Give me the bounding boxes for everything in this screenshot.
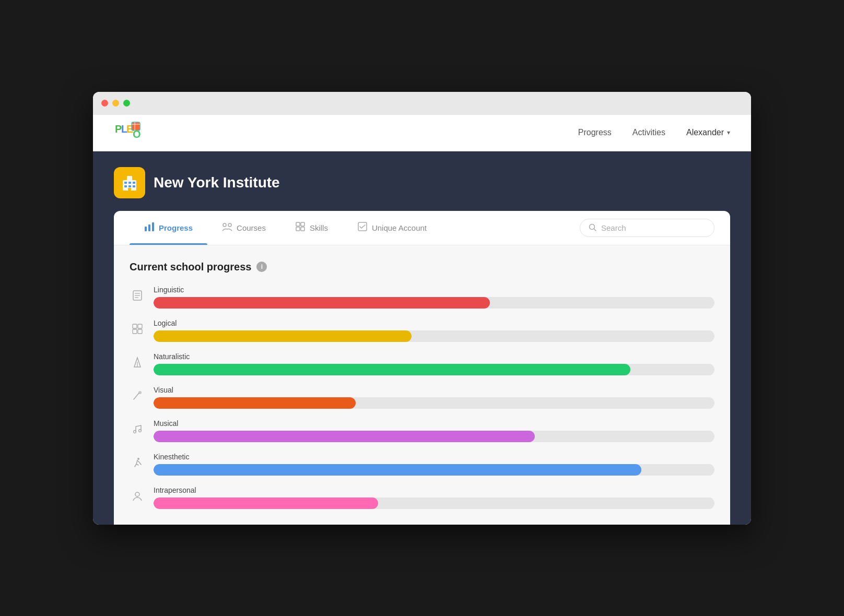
tab-skills[interactable]: Skills: [280, 211, 343, 245]
logical-row-right: Logical: [154, 319, 714, 342]
visual-track: [154, 397, 714, 409]
search-icon: [589, 223, 597, 232]
svg-point-21: [228, 223, 231, 227]
musical-label: Musical: [154, 419, 714, 428]
linguistic-icon: [130, 290, 145, 304]
chevron-down-icon: ▾: [727, 129, 730, 136]
tab-unique-label: Unique Account: [372, 223, 427, 232]
svg-rect-36: [138, 329, 142, 334]
nav-activities[interactable]: Activities: [632, 128, 665, 137]
progress-tab-icon: [144, 221, 155, 234]
musical-row-right: Musical: [154, 419, 714, 442]
app-header: P L E O Progress Activities Alexander ▾: [93, 115, 751, 151]
svg-rect-33: [133, 324, 137, 328]
close-button[interactable]: [101, 100, 108, 106]
svg-rect-35: [133, 329, 137, 334]
svg-text:O: O: [133, 128, 141, 140]
intrapersonal-fill: [154, 497, 378, 509]
minimize-button[interactable]: [112, 100, 119, 106]
visual-fill: [154, 397, 356, 409]
section-title: Current school progress i: [130, 261, 714, 273]
musical-track: [154, 431, 714, 442]
search-box[interactable]: [580, 219, 714, 237]
svg-rect-10: [124, 182, 127, 184]
app-window: P L E O Progress Activities Alexander ▾: [93, 92, 751, 525]
skills-tab-icon: [295, 221, 306, 234]
musical-icon: [130, 423, 145, 438]
kinesthetic-fill: [154, 464, 641, 476]
nav-links: Progress Activities Alexander ▾: [578, 128, 730, 137]
logical-label: Logical: [154, 319, 714, 327]
svg-rect-15: [133, 185, 135, 187]
svg-rect-13: [124, 185, 127, 187]
school-header: New York Institute: [114, 167, 730, 198]
progress-row: Visual: [130, 386, 714, 409]
building-icon: [120, 173, 139, 193]
naturalistic-label: Naturalistic: [154, 352, 714, 361]
user-menu[interactable]: Alexander ▾: [686, 128, 730, 137]
tab-skills-label: Skills: [310, 223, 328, 232]
naturalistic-row-right: Naturalistic: [154, 352, 714, 375]
tab-courses[interactable]: Courses: [207, 211, 280, 245]
svg-rect-14: [128, 185, 131, 187]
progress-row: Musical: [130, 419, 714, 442]
school-name: New York Institute: [154, 174, 280, 191]
svg-rect-23: [301, 222, 304, 226]
tab-unique[interactable]: Unique Account: [343, 211, 441, 245]
maximize-button[interactable]: [123, 100, 130, 106]
intrapersonal-label: Intrapersonal: [154, 486, 714, 494]
tab-courses-label: Courses: [237, 223, 266, 232]
visual-label: Visual: [154, 386, 714, 394]
svg-rect-34: [138, 324, 142, 328]
svg-point-43: [137, 458, 139, 460]
courses-tab-icon: [222, 221, 232, 234]
kinesthetic-label: Kinesthetic: [154, 453, 714, 461]
nav-progress[interactable]: Progress: [578, 128, 612, 137]
logical-fill: [154, 330, 412, 342]
logical-track: [154, 330, 714, 342]
svg-rect-11: [128, 182, 131, 184]
logo: P L E O: [114, 119, 141, 146]
svg-rect-12: [133, 182, 135, 184]
unique-tab-icon: [357, 221, 368, 234]
content-area: Current school progress i Linguistic Log…: [114, 245, 730, 525]
school-icon: [114, 167, 145, 198]
progress-row: Kinesthetic: [130, 453, 714, 476]
svg-rect-25: [301, 227, 304, 231]
tabs-bar: Progress Courses: [114, 211, 730, 245]
svg-rect-18: [148, 224, 150, 231]
svg-line-39: [134, 393, 139, 399]
visual-icon: [130, 390, 145, 405]
linguistic-track: [154, 297, 714, 309]
svg-rect-24: [296, 227, 300, 231]
svg-point-40: [138, 391, 142, 394]
logical-icon: [130, 323, 145, 338]
dark-section: New York Institute Progress: [93, 151, 751, 525]
visual-row-right: Visual: [154, 386, 714, 409]
naturalistic-track: [154, 364, 714, 375]
main-card: Progress Courses: [114, 211, 730, 525]
titlebar: [93, 92, 751, 115]
intrapersonal-icon: [130, 490, 145, 505]
search-input[interactable]: [601, 223, 706, 232]
kinesthetic-track: [154, 464, 714, 476]
info-icon[interactable]: i: [256, 262, 267, 272]
svg-point-20: [223, 223, 226, 227]
musical-fill: [154, 431, 535, 442]
svg-point-44: [135, 492, 139, 496]
svg-rect-19: [152, 222, 154, 231]
linguistic-row-right: Linguistic: [154, 286, 714, 309]
progress-row: Naturalistic: [130, 352, 714, 375]
svg-rect-16: [128, 188, 131, 191]
logo-icon: P L E O: [114, 119, 141, 146]
intrapersonal-row-right: Intrapersonal: [154, 486, 714, 509]
svg-rect-17: [145, 227, 147, 231]
svg-line-28: [594, 229, 596, 231]
svg-rect-22: [296, 222, 300, 226]
tab-progress[interactable]: Progress: [130, 211, 207, 245]
progress-row: Intrapersonal: [130, 486, 714, 509]
progress-row: Logical: [130, 319, 714, 342]
svg-rect-9: [127, 176, 132, 181]
linguistic-label: Linguistic: [154, 286, 714, 294]
intrapersonal-track: [154, 497, 714, 509]
